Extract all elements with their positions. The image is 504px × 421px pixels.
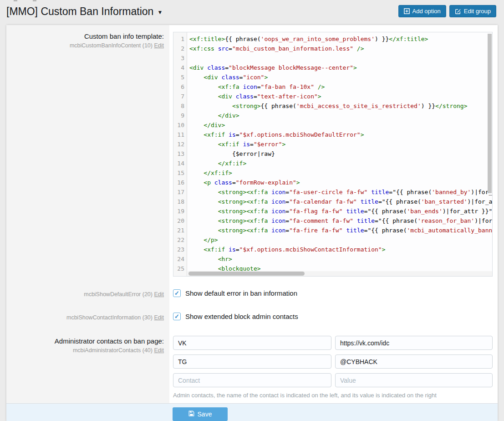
contact-name-input[interactable] [173, 373, 331, 387]
save-label: Save [198, 411, 212, 418]
line-number: 10 [173, 120, 187, 130]
code-line: </div> [189, 111, 492, 120]
contact-name-input[interactable] [173, 336, 331, 350]
checkbox-label[interactable]: Show extended block admin contacts [185, 313, 298, 320]
page-header: [MMO] Custom Ban Information ▼ Add optio… [0, 0, 504, 25]
editor-code[interactable]: <xf:title>{{ phrase('oops_we_ran_into_so… [187, 32, 492, 276]
checkbox-label[interactable]: Show default error in ban information [185, 289, 297, 297]
admin-contacts-row-label: Administrator contacts on ban page: mcbi… [6, 337, 164, 354]
add-option-button[interactable]: Add option [398, 5, 446, 17]
contact-row [173, 354, 493, 369]
scrollbar-thumb[interactable] [188, 272, 305, 276]
line-number: 12 [173, 139, 187, 149]
code-line: <strong><xf:fa icon="fa-fire fa-fw" titl… [189, 226, 492, 235]
plus-square-icon [404, 8, 410, 14]
code-line: <strong><xf:fa icon="fa-flag fa-fw" titl… [189, 206, 492, 216]
add-option-label: Add option [412, 8, 441, 15]
option-meta: mcbiShowDefaultError (20) Edit [6, 291, 164, 298]
check-icon: ✓ [174, 313, 179, 319]
form-footer: Save [6, 403, 498, 421]
line-number: 15 [173, 168, 187, 178]
code-line: <strong>{{ phrase('mcbi_access_to_site_i… [189, 101, 492, 111]
edit-option-link[interactable]: Edit [154, 291, 164, 298]
options-form: Custom ban info template: mcbiCustomBanI… [6, 25, 498, 421]
contact-info-row: ✓ Show extended block admin contacts [173, 313, 298, 320]
code-line: </xf:if> [189, 159, 492, 168]
contact-row [173, 373, 493, 387]
line-number: 7 [173, 92, 187, 101]
contact-value-input[interactable] [335, 373, 493, 387]
line-number: 6 [173, 82, 187, 92]
page-title: [MMO] Custom Ban Information [6, 5, 153, 18]
code-line: <strong><xf:fa icon="fa-user-circle fa-f… [189, 187, 492, 197]
line-number: 18 [173, 197, 187, 206]
editor-gutter: 1234567891011121314151617181920212223242… [173, 32, 187, 276]
line-number: 20 [173, 216, 187, 226]
screen-artifact [14, 0, 17, 1]
line-number: 5 [173, 72, 187, 82]
line-number: 23 [173, 245, 187, 254]
code-line: <div class="text-after-icon"> [189, 92, 492, 101]
code-line: <div class="blockMessage blockMessage--c… [189, 63, 492, 72]
code-line: </xf:if> [189, 168, 492, 178]
line-number: 21 [173, 226, 187, 235]
line-number: 11 [173, 130, 187, 139]
template-row-label: Custom ban info template: mcbiCustomBanI… [6, 32, 164, 50]
edit-group-button[interactable]: Edit group [449, 5, 496, 17]
code-line: <xf:fa icon="fa-ban fa-10x" /> [189, 82, 492, 92]
editor-horizontal-scrollbar[interactable] [188, 271, 492, 276]
contact-row [173, 336, 493, 350]
line-number: 2 [173, 44, 187, 53]
page-title-menu[interactable]: [MMO] Custom Ban Information ▼ [6, 5, 163, 18]
show-default-error-checkbox[interactable]: ✓ [173, 289, 181, 297]
line-number: 22 [173, 235, 187, 245]
option-id: mcbiAdministratorContacts (40) [73, 347, 153, 354]
option-id: mcbiShowContactInformation (30) [66, 314, 153, 321]
show-contact-information-checkbox[interactable]: ✓ [173, 313, 181, 320]
option-id: mcbiCustomBanInfoContent (10) [70, 42, 153, 49]
check-icon: ✓ [174, 290, 179, 296]
contact-value-input[interactable] [335, 336, 493, 350]
code-line: {$error|raw} [189, 149, 492, 159]
line-number: 1 [173, 34, 187, 44]
code-line: <xf:css src="mcbi_custom_ban_information… [189, 44, 492, 53]
code-line: <strong><xf:fa icon="fa-calendar fa-fw" … [189, 197, 492, 206]
contacts-list: Admin contacts, the name of the contact … [173, 336, 493, 399]
option-label: Administrator contacts on ban page: [6, 337, 164, 345]
save-button[interactable]: Save [173, 407, 228, 421]
line-number: 14 [173, 159, 187, 168]
option-meta: mcbiAdministratorContacts (40) Edit [6, 347, 164, 354]
edit-option-link[interactable]: Edit [154, 42, 164, 49]
edit-group-label: Edit group [464, 8, 491, 15]
code-line: <p class="formRow-explain"> [189, 178, 492, 187]
code-line: <xf:title>{{ phrase('oops_we_ran_into_so… [189, 34, 492, 44]
line-number: 17 [173, 187, 187, 197]
option-label: Custom ban info template: [6, 32, 164, 41]
code-line: </div> [189, 120, 492, 130]
floppy-disk-icon [188, 411, 194, 418]
code-line: </p> [189, 235, 492, 245]
header-actions: Add option Edit group [398, 5, 496, 17]
code-line [189, 53, 492, 63]
line-number: 16 [173, 178, 187, 187]
code-editor[interactable]: 1234567891011121314151617181920212223242… [173, 32, 493, 277]
option-meta: mcbiShowContactInformation (30) Edit [6, 314, 164, 322]
option-id: mcbiShowDefaultError (20) [84, 291, 153, 298]
contacts-hint: Admin contacts, the name of the contact … [173, 392, 493, 399]
edit-option-link[interactable]: Edit [154, 347, 164, 354]
line-number: 4 [173, 63, 187, 72]
line-number: 13 [173, 149, 187, 159]
contact-name-input[interactable] [173, 354, 331, 369]
screen-artifact [33, 0, 36, 1]
code-line: <div class="icon"> [189, 72, 492, 82]
pencil-square-icon [455, 8, 461, 15]
contact-value-input[interactable] [335, 354, 493, 369]
line-number: 8 [173, 101, 187, 111]
editor-vertical-scrollbar[interactable] [488, 34, 492, 193]
edit-option-link[interactable]: Edit [154, 314, 164, 321]
code-line: <xf:if is="$error"> [189, 139, 492, 149]
code-line: <strong><xf:fa icon="fa-comment fa-fw" t… [189, 216, 492, 226]
line-number: 24 [173, 254, 187, 264]
line-number: 19 [173, 206, 187, 216]
default-error-row-label: mcbiShowDefaultError (20) Edit [6, 291, 164, 298]
